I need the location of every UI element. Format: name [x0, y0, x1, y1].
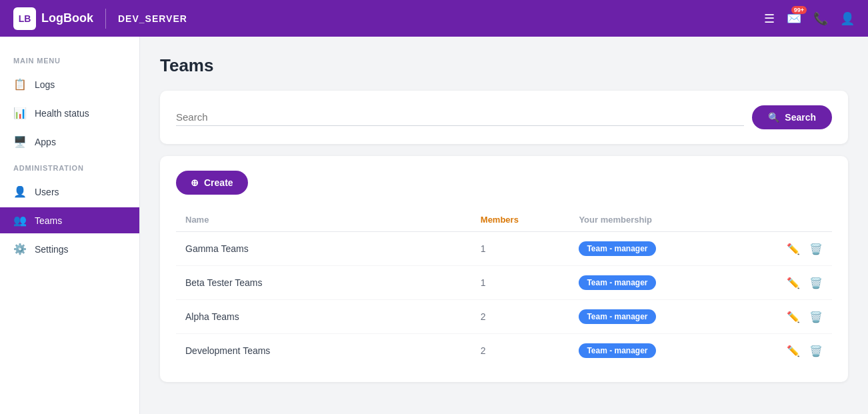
page-title: Teams	[160, 55, 848, 76]
team-members: 2	[471, 334, 570, 368]
action-icons: ✏️ 🗑️	[743, 345, 823, 357]
mail-icon[interactable]: ✉️ 99+	[787, 11, 801, 26]
edit-icon[interactable]: ✏️	[787, 345, 800, 357]
col-header-members: Members	[471, 208, 570, 232]
sidebar-label-settings: Settings	[35, 244, 69, 255]
col-header-actions	[733, 208, 832, 232]
create-icon: ⊕	[191, 177, 199, 188]
team-name: Alpha Teams	[176, 300, 471, 334]
team-membership: Team - manager	[569, 334, 733, 368]
team-actions: ✏️ 🗑️	[733, 334, 832, 368]
team-members: 1	[471, 232, 570, 266]
delete-icon[interactable]: 🗑️	[809, 345, 823, 357]
sidebar-item-settings[interactable]: ⚙️ Settings	[0, 236, 139, 262]
sidebar-label-apps: Apps	[35, 137, 56, 147]
mail-badge: 99+	[791, 6, 807, 14]
table-row: Alpha Teams 2 Team - manager ✏️ 🗑️	[176, 300, 832, 334]
main-menu-label: MAIN MENU	[0, 50, 139, 69]
logo-icon: LB	[13, 7, 36, 30]
teams-table: Name Members Your membership Gamma Teams…	[176, 208, 832, 367]
team-actions: ✏️ 🗑️	[733, 300, 832, 334]
table-body: Gamma Teams 1 Team - manager ✏️ 🗑️ Beta …	[176, 232, 832, 368]
membership-badge: Team - manager	[579, 309, 655, 324]
sidebar-label-health: Health status	[35, 108, 89, 119]
delete-icon[interactable]: 🗑️	[809, 311, 823, 323]
col-header-name: Name	[176, 208, 471, 232]
apps-icon: 🖥️	[13, 135, 27, 148]
search-button[interactable]: 🔍 Search	[752, 105, 832, 129]
team-name: Gamma Teams	[176, 232, 471, 266]
phone-icon[interactable]: 📞	[813, 11, 828, 26]
user-icon[interactable]: 👤	[840, 11, 855, 26]
table-row: Development Teams 2 Team - manager ✏️ 🗑️	[176, 334, 832, 368]
menu-icon[interactable]: ☰	[764, 11, 775, 26]
sidebar-item-teams[interactable]: 👥 Teams	[0, 207, 139, 233]
team-actions: ✏️ 🗑️	[733, 232, 832, 266]
teams-icon: 👥	[13, 214, 27, 227]
table-row: Gamma Teams 1 Team - manager ✏️ 🗑️	[176, 232, 832, 266]
edit-icon[interactable]: ✏️	[787, 243, 800, 255]
edit-icon[interactable]: ✏️	[787, 277, 800, 289]
membership-badge: Team - manager	[579, 343, 655, 358]
app-name: LogBook	[41, 11, 93, 25]
sidebar-item-logs[interactable]: 📋 Logs	[0, 71, 139, 97]
action-icons: ✏️ 🗑️	[743, 243, 823, 255]
logs-icon: 📋	[13, 78, 27, 91]
header-right: ☰ ✉️ 99+ 📞 👤	[764, 11, 855, 26]
teams-table-card: ⊕ Create Name Members Your membership Ga…	[160, 156, 848, 382]
app-header: LB LogBook DEV_SERVER ☰ ✉️ 99+ 📞 👤	[0, 0, 868, 37]
membership-badge: Team - manager	[579, 275, 655, 290]
logo[interactable]: LB LogBook	[13, 7, 93, 30]
col-header-membership: Your membership	[569, 208, 733, 232]
team-members: 2	[471, 300, 570, 334]
search-input[interactable]	[176, 109, 744, 126]
team-name: Beta Tester Teams	[176, 266, 471, 300]
sidebar-item-health-status[interactable]: 📊 Health status	[0, 100, 139, 126]
action-icons: ✏️ 🗑️	[743, 311, 823, 323]
server-name: DEV_SERVER	[118, 13, 187, 24]
create-button[interactable]: ⊕ Create	[176, 171, 248, 195]
sidebar: MAIN MENU 📋 Logs 📊 Health status 🖥️ Apps…	[0, 37, 140, 414]
delete-icon[interactable]: 🗑️	[809, 243, 823, 255]
settings-icon: ⚙️	[13, 243, 27, 255]
admin-label: ADMINISTRATION	[0, 157, 139, 176]
table-row: Beta Tester Teams 1 Team - manager ✏️ 🗑️	[176, 266, 832, 300]
header-divider	[105, 9, 106, 29]
team-name: Development Teams	[176, 334, 471, 368]
sidebar-item-users[interactable]: 👤 Users	[0, 179, 139, 205]
delete-icon[interactable]: 🗑️	[809, 277, 823, 289]
main-content: Teams 🔍 Search ⊕ Create Name Members You…	[140, 37, 868, 414]
sidebar-label-users: Users	[35, 187, 59, 197]
sidebar-label-teams: Teams	[35, 215, 62, 226]
team-membership: Team - manager	[569, 300, 733, 334]
health-icon: 📊	[13, 107, 27, 119]
header-left: LB LogBook DEV_SERVER	[13, 7, 187, 30]
team-actions: ✏️ 🗑️	[733, 266, 832, 300]
action-icons: ✏️ 🗑️	[743, 277, 823, 289]
main-layout: MAIN MENU 📋 Logs 📊 Health status 🖥️ Apps…	[0, 37, 868, 414]
search-icon: 🔍	[768, 112, 779, 123]
team-membership: Team - manager	[569, 232, 733, 266]
team-members: 1	[471, 266, 570, 300]
membership-badge: Team - manager	[579, 241, 655, 256]
sidebar-item-apps[interactable]: 🖥️ Apps	[0, 129, 139, 155]
users-icon: 👤	[13, 185, 27, 198]
sidebar-label-logs: Logs	[35, 79, 55, 90]
table-header: Name Members Your membership	[176, 208, 832, 232]
search-card: 🔍 Search	[160, 91, 848, 144]
edit-icon[interactable]: ✏️	[787, 311, 800, 323]
team-membership: Team - manager	[569, 266, 733, 300]
